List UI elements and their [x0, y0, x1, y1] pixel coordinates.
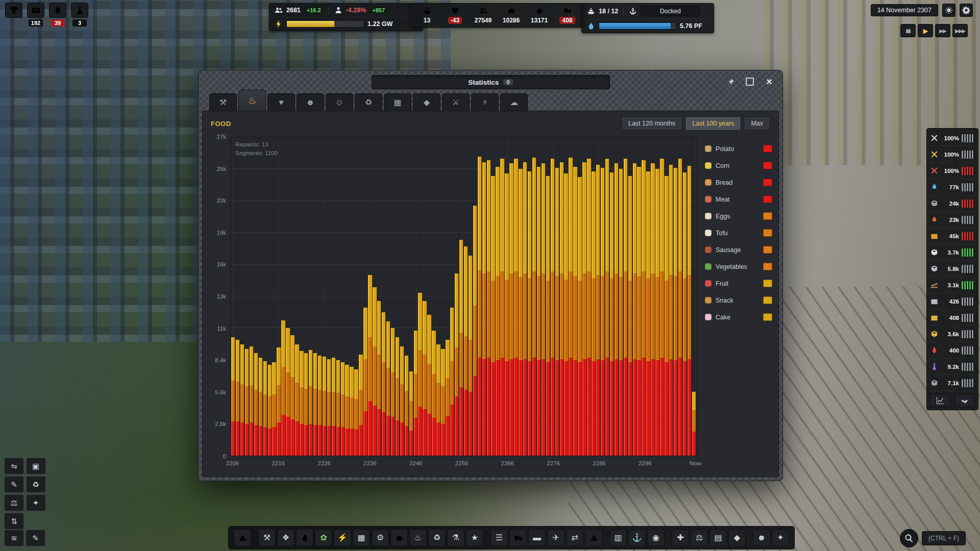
legend-item-sausage[interactable]: Sausage: [705, 245, 772, 255]
need-housing[interactable]: 13171: [525, 6, 553, 25]
window-title-pill[interactable]: Statistics 0: [372, 75, 610, 89]
range-last-120-months[interactable]: Last 120 months: [621, 116, 682, 131]
hud-badge-prosperity[interactable]: 192: [27, 3, 44, 27]
hud-badge-research[interactable]: 3: [71, 3, 88, 27]
balance-tool[interactable]: ⚖: [4, 494, 24, 511]
speed-fast-button[interactable]: ▶▶: [935, 24, 950, 37]
legend-item-meat[interactable]: Meat: [705, 194, 772, 204]
legend-item-vegetables[interactable]: Vegetables: [705, 262, 772, 271]
toolbar-agriculture-button[interactable]: ✿: [315, 529, 332, 546]
tab-population[interactable]: ☻: [297, 93, 324, 111]
tab-pollution[interactable]: ☁: [500, 93, 528, 111]
legend-item-potato[interactable]: Potato: [705, 144, 772, 154]
toolbar-warehouse-button[interactable]: ▤: [709, 529, 727, 546]
toolbar-tunneling-button[interactable]: ❖: [277, 529, 295, 546]
toolbar-trains-button[interactable]: ☰: [491, 529, 508, 546]
speed-play-button[interactable]: ▶: [918, 24, 933, 37]
toolbar-waste-button[interactable]: ♻: [428, 529, 446, 546]
toolbar-education-button[interactable]: ◆: [728, 529, 746, 546]
toolbar-beautification-button[interactable]: ★: [466, 529, 483, 546]
resource-row-mech-parts[interactable]: 426: [928, 293, 976, 310]
toolbar-cargo-depot-button[interactable]: ▥: [609, 529, 627, 546]
toolbar-chemistry-button[interactable]: ✚: [672, 529, 689, 546]
elevation-tool[interactable]: ⇅: [4, 513, 24, 530]
legend-item-fruit[interactable]: Fruit: [705, 279, 772, 288]
legend-item-corn[interactable]: Corn: [705, 161, 772, 170]
resource-row-water[interactable]: 77k: [928, 179, 976, 195]
tab-food[interactable]: ♨: [238, 90, 266, 111]
search-button[interactable]: [900, 529, 918, 547]
toolbar-trucks-button[interactable]: [509, 529, 527, 546]
need-food[interactable]: 13: [413, 6, 441, 25]
hud-badge-achievements[interactable]: [5, 3, 22, 27]
statistics-shortcut-button[interactable]: [930, 394, 950, 407]
need-vehicles[interactable]: 408: [553, 6, 581, 25]
toolbar-population-overview-button[interactable]: ☻: [753, 529, 770, 546]
terrain-tool[interactable]: ≋: [4, 530, 24, 546]
resource-row-rockets[interactable]: 400: [928, 342, 976, 359]
toolbar-water-pump-button[interactable]: [296, 529, 313, 546]
water-bar[interactable]: [599, 22, 676, 30]
toolbar-fishing-button[interactable]: ⚓: [628, 529, 646, 546]
speed-fastest-button[interactable]: ▶▶▶: [952, 24, 968, 37]
legend-item-eggs[interactable]: Eggs: [705, 211, 772, 221]
tab-production[interactable]: ⚒: [209, 93, 237, 111]
resource-row-concrete[interactable]: 3.7k: [928, 244, 976, 261]
resource-row-maintenance-3[interactable]: 100%: [928, 163, 976, 179]
toolbar-fireworks-button[interactable]: ✦: [772, 529, 789, 546]
wildlife-button[interactable]: [954, 394, 975, 407]
resource-row-wood[interactable]: 3.1k: [928, 277, 976, 293]
chart-plot-area[interactable]: Repaints: 13 Segments: 1100: [230, 137, 698, 456]
resource-row-gold[interactable]: 3.6k: [928, 326, 976, 342]
resource-row-electronics[interactable]: 408: [928, 310, 976, 326]
resource-row-copper[interactable]: 45k: [928, 228, 976, 244]
maximize-button[interactable]: [742, 74, 757, 89]
toolbar-veh-depot-button[interactable]: ▬: [528, 529, 546, 546]
tab-maintenance[interactable]: ⚔: [442, 93, 470, 111]
toolbar-storage-button[interactable]: ▦: [353, 529, 370, 546]
edit-tool[interactable]: ✎: [26, 530, 45, 546]
toolbar-housing-button[interactable]: [390, 529, 408, 546]
ship-status-select[interactable]: Docked: [641, 6, 700, 16]
toolbar-world-map-button[interactable]: ◉: [647, 529, 665, 546]
tab-workers[interactable]: ☺: [326, 93, 353, 111]
toolbar-food-services-button[interactable]: ♨: [409, 529, 427, 546]
resource-row-maintenance-1[interactable]: 100%: [928, 130, 976, 146]
need-workers[interactable]: 10286: [497, 6, 525, 25]
tab-electricity[interactable]: ⚡: [471, 93, 499, 111]
need-population[interactable]: 27549: [469, 6, 497, 25]
resource-row-maintenance-2[interactable]: 100%: [928, 146, 976, 163]
need-health[interactable]: -43: [441, 6, 469, 25]
resource-row-fuel[interactable]: 23k: [928, 212, 976, 228]
range-max[interactable]: Max: [744, 116, 770, 131]
flip-tool[interactable]: ⇋: [4, 458, 24, 474]
close-button[interactable]: ×: [762, 74, 777, 89]
toolbar-research-lab-button[interactable]: ⚗: [447, 529, 464, 546]
daynight-button[interactable]: [942, 4, 955, 17]
pin-button[interactable]: [723, 74, 738, 89]
settings-button[interactable]: [960, 4, 973, 17]
copy-tool[interactable]: ▣: [26, 458, 46, 474]
toolbar-mining-button[interactable]: ⚒: [258, 529, 276, 546]
toolbar-harbor-button[interactable]: [585, 529, 602, 546]
legend-item-bread[interactable]: Bread: [705, 178, 772, 187]
toolbar-power-plant-button[interactable]: ⚡: [334, 529, 351, 546]
toolbar-routes-button[interactable]: ⇄: [566, 529, 583, 546]
toolbar-ship-transport-button[interactable]: [234, 529, 251, 546]
tab-health[interactable]: ♥: [267, 93, 295, 111]
recycle-tool[interactable]: ♻: [26, 476, 46, 493]
resource-row-iron-ore[interactable]: 24k: [928, 195, 976, 212]
pipette-tool[interactable]: ✎: [4, 476, 24, 493]
toolbar-aircraft-button[interactable]: ✈: [547, 529, 565, 546]
resource-row-slag[interactable]: 7.1k: [928, 375, 976, 391]
brush-tool[interactable]: ✦: [26, 494, 46, 511]
hud-badge-alerts[interactable]: 39: [49, 3, 66, 27]
date-display[interactable]: 14 November 2307: [871, 4, 938, 16]
speed-pause-button[interactable]: ▮▮: [900, 24, 916, 37]
legend-item-cake[interactable]: Cake: [705, 312, 772, 322]
range-last-100-years[interactable]: Last 100 years: [685, 116, 741, 131]
legend-item-snack[interactable]: Snack: [705, 295, 772, 305]
tab-recycling[interactable]: ♻: [355, 93, 382, 111]
resource-row-steel[interactable]: 5.8k: [928, 261, 976, 277]
power-bar[interactable]: [286, 20, 364, 28]
